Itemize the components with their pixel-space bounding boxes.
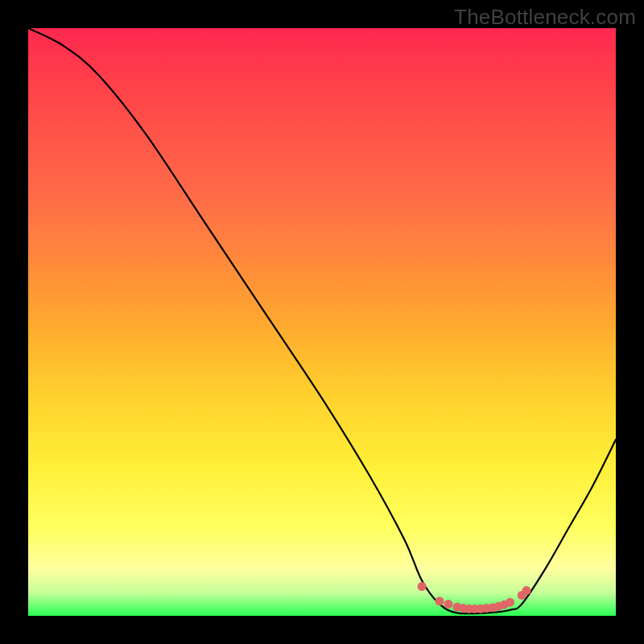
chart-frame: TheBottleneck.com (0, 0, 644, 644)
chart-svg (28, 28, 616, 616)
highlight-marker (436, 597, 444, 605)
plot-area (28, 28, 616, 616)
watermark-text: TheBottleneck.com (454, 5, 636, 30)
highlight-marker (522, 586, 531, 595)
highlight-marker (444, 600, 452, 609)
highlight-marker (418, 582, 427, 591)
highlight-marker (506, 598, 514, 607)
curve-line (28, 28, 616, 613)
